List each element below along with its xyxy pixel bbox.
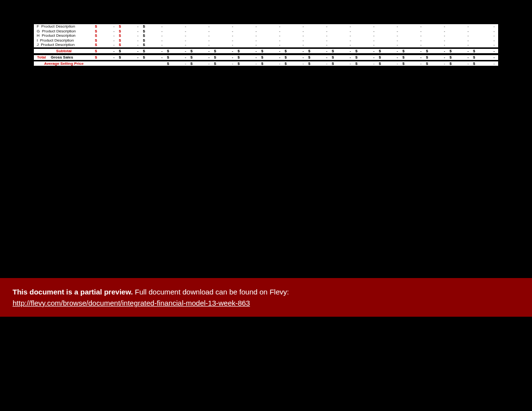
cell: - xyxy=(448,43,472,47)
cell: $- xyxy=(118,43,142,47)
cell: $- xyxy=(355,55,378,60)
cell: - xyxy=(472,33,498,38)
cell: $- xyxy=(94,49,118,54)
cell: - xyxy=(355,33,378,38)
cell: $- xyxy=(213,49,237,54)
cell: $- xyxy=(118,33,142,38)
cell: - xyxy=(260,33,284,38)
cell: $- xyxy=(142,49,166,54)
cell: - xyxy=(166,43,190,47)
cell: $- xyxy=(378,55,401,60)
cell: $- xyxy=(118,38,142,43)
cell: - xyxy=(213,38,237,43)
cell: $- xyxy=(94,33,118,38)
cell: $- xyxy=(355,49,378,54)
row-label: G Product Description xyxy=(34,29,94,34)
cell: - xyxy=(472,38,498,43)
cell: - xyxy=(190,24,213,29)
cell: - xyxy=(260,43,284,47)
cell: $- xyxy=(331,49,355,54)
cell: $- xyxy=(425,49,449,54)
cell: $- xyxy=(142,43,166,47)
cell: $- xyxy=(236,61,260,66)
cell: - xyxy=(260,29,284,34)
cell: $- xyxy=(378,61,401,66)
cell: - xyxy=(284,29,308,34)
cell: - xyxy=(166,38,190,43)
cell: - xyxy=(307,24,331,29)
cell: - xyxy=(448,24,472,29)
cell: - xyxy=(425,24,449,29)
cell: $- xyxy=(190,61,213,66)
cell: - xyxy=(401,29,425,34)
cell: $- xyxy=(94,43,118,47)
cell: - xyxy=(331,24,355,29)
cell: - xyxy=(190,29,213,34)
cell: $- xyxy=(236,55,260,60)
cell: $- xyxy=(94,29,118,34)
banner-link[interactable]: http://flevy.com/browse/document/integra… xyxy=(13,299,250,307)
cell: - xyxy=(190,33,213,38)
cell: - xyxy=(425,33,449,38)
cell: - xyxy=(378,29,401,34)
cell xyxy=(142,61,166,66)
cell: $- xyxy=(425,55,449,60)
total-row: TotalGross Sales$-$-$-$-$-$-$-$-$-$-$-$-… xyxy=(34,55,498,60)
cell: - xyxy=(236,29,260,34)
table-row: F Product Description$-$-$--------------… xyxy=(34,24,498,29)
cell: $- xyxy=(260,61,284,66)
cell: - xyxy=(331,29,355,34)
cell: - xyxy=(472,24,498,29)
cell: $- xyxy=(260,55,284,60)
cell: - xyxy=(307,38,331,43)
cell: $- xyxy=(190,49,213,54)
table-row: H Product Description$-$-$--------------… xyxy=(34,33,498,38)
cell: $- xyxy=(448,55,472,60)
cell: - xyxy=(355,24,378,29)
table-row: J Product Description$-$-$--------------… xyxy=(34,43,498,47)
cell: - xyxy=(425,43,449,47)
cell: $- xyxy=(94,55,118,60)
cell: $- xyxy=(378,49,401,54)
cell: - xyxy=(355,43,378,47)
cell: $- xyxy=(472,55,498,60)
cell: $- xyxy=(142,33,166,38)
cell: - xyxy=(236,33,260,38)
cell xyxy=(94,61,118,66)
cell: - xyxy=(213,33,237,38)
cell: - xyxy=(331,33,355,38)
cell: - xyxy=(472,43,498,47)
cell: - xyxy=(401,24,425,29)
table-row: I Product Description$-$-$--------------… xyxy=(34,38,498,43)
banner-line1: This document is a partial preview. Full… xyxy=(13,288,519,296)
cell: - xyxy=(331,38,355,43)
cell: $- xyxy=(448,49,472,54)
cell: $- xyxy=(260,49,284,54)
cell: $- xyxy=(94,24,118,29)
sales-table: F Product Description$-$-$--------------… xyxy=(34,24,498,66)
cell: $- xyxy=(142,29,166,34)
cell: $- xyxy=(331,55,355,60)
banner-line2: http://flevy.com/browse/document/integra… xyxy=(13,299,519,307)
separator xyxy=(34,66,498,66)
row-label: J Product Description xyxy=(34,43,94,47)
cell: $- xyxy=(118,24,142,29)
cell: - xyxy=(236,43,260,47)
cell: - xyxy=(448,38,472,43)
cell: - xyxy=(166,33,190,38)
cell: $- xyxy=(331,61,355,66)
row-label: F Product Description xyxy=(34,24,94,29)
cell: - xyxy=(355,29,378,34)
total-label: TotalGross Sales xyxy=(34,55,94,60)
cell: - xyxy=(213,24,237,29)
cell: $- xyxy=(448,61,472,66)
cell: - xyxy=(425,29,449,34)
cell: $- xyxy=(284,61,308,66)
cell: $- xyxy=(401,49,425,54)
cell: - xyxy=(378,33,401,38)
cell: - xyxy=(401,33,425,38)
cell: $- xyxy=(307,61,331,66)
avg-label: Average Selling Price xyxy=(34,61,94,66)
cell: - xyxy=(284,33,308,38)
cell: $- xyxy=(472,49,498,54)
